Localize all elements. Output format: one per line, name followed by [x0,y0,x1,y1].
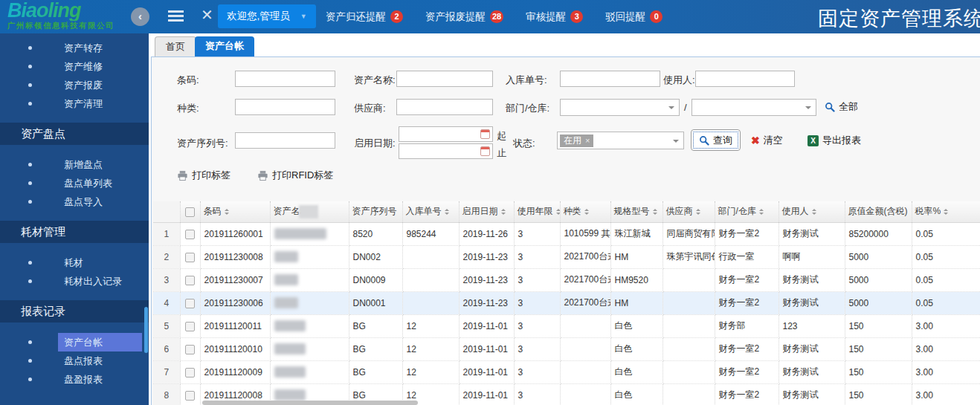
column-header-10[interactable]: 使用人 [778,201,845,222]
select-all-checkbox[interactable] [185,207,195,217]
sidebar-scrollbar[interactable] [144,307,148,353]
cell-name [270,360,349,383]
warehouse-select[interactable] [692,99,816,116]
sidebar-item-inventory-import[interactable]: 盘点导入 [0,192,149,211]
sort-icon [944,207,948,217]
sidebar-item-consumable-io[interactable]: 耗材出入记录 [0,272,149,291]
inbound-no-input[interactable] [560,71,660,87]
table-row[interactable]: 7201911120009BG122019-11-013白色财务一室2财务测试1… [153,360,980,383]
start-date-from-input[interactable] [399,126,493,142]
bullet-icon [28,279,32,283]
cell-serial: 8520 [349,222,402,245]
calendar-icon[interactable] [480,146,490,156]
sidebar-section-inventory[interactable]: 资产盘点 [0,123,149,145]
barcode-input[interactable] [235,71,335,87]
welcome-dropdown[interactable]: 欢迎您,管理员 ▼ [218,4,316,28]
column-header-2[interactable]: 资产序列号 [349,201,402,222]
bullet-icon [28,359,32,363]
sidebar-item-asset-ledger[interactable]: 资产台帐 [0,333,149,351]
horizontal-scrollbar[interactable] [202,401,418,405]
user-label: 使用人: [663,74,695,87]
cell-user: 财务测试 [778,337,845,360]
sidebar-collapse-button[interactable]: ‹ [131,7,149,26]
serial-input[interactable] [235,132,335,149]
sidebar-item-inventory-report[interactable]: 盘点报表 [0,351,149,370]
all-search-button[interactable]: 全部 [825,100,858,114]
row-checkbox[interactable] [185,322,195,331]
row-checkbox[interactable] [185,276,195,285]
notification-audit[interactable]: 审核提醒 3 [526,10,583,24]
sidebar-item-asset-clean[interactable]: 资产清理 [0,94,149,113]
calendar-icon[interactable] [480,129,490,139]
close-icon[interactable]: ✕ [201,6,213,24]
row-checkbox[interactable] [185,368,195,378]
sidebar-item-surplus-report[interactable]: 盘盈报表 [0,370,149,389]
table-row[interactable]: 120191126000185209852442019-11-263101059… [153,222,980,245]
table-row[interactable]: 5201911120011BG122019-11-013白色财务部1231503… [153,314,980,337]
cell-serial: DN002 [349,245,402,268]
column-header-6[interactable]: 种类 [560,201,610,222]
sidebar-item-consumable[interactable]: 耗材 [0,253,149,272]
cell-start: 2019-11-23 [459,268,514,291]
tab-home[interactable]: 首页 [155,36,196,56]
column-header-1[interactable]: 资产名称 [270,201,349,222]
start-date-to-input[interactable] [399,143,493,159]
cell-barcode: 201911120009 [200,360,270,383]
column-header-0[interactable]: 条码 [200,201,270,222]
sidebar-item-new-inventory[interactable]: 新增盘点 [0,155,149,174]
row-checkbox[interactable] [185,391,195,401]
category-input[interactable] [235,99,335,115]
redaction-blur [299,205,318,218]
table-row[interactable]: 6201911120010BG122019-11-013白色财务一室2财务测试1… [153,337,980,360]
serial-label: 资产序列号: [177,137,228,150]
row-checkbox[interactable] [185,253,195,262]
sidebar-section-reports[interactable]: 报表记录 [0,300,149,323]
status-multiselect[interactable]: 在用 × [557,132,684,149]
row-checkbox[interactable] [185,230,195,239]
sidebar-item-asset-scrap[interactable]: 资产报废 [0,76,149,94]
tab-asset-ledger[interactable]: 资产台帐 [195,36,254,56]
column-header-8[interactable]: 供应商 [663,201,715,222]
notification-badge: 0 [650,10,663,23]
row-checkbox[interactable] [185,299,195,308]
column-header-9[interactable]: 部门/仓库 [715,201,778,222]
dept-select[interactable] [560,99,680,116]
column-header-7[interactable]: 规格型号 [610,201,663,222]
sidebar-item-asset-transfer[interactable]: 资产转存 [0,39,149,57]
sidebar-section-consumables[interactable]: 耗材管理 [0,221,149,243]
sidebar-item-inventory-list[interactable]: 盘点单列表 [0,174,149,192]
column-header-5[interactable]: 使用年限 [514,201,560,222]
notification-asset-scrap[interactable]: 资产报废提醒 28 [425,10,503,24]
table-row[interactable]: 3201911230007DN00092019-11-2332021700台式H… [153,268,980,291]
column-header-12[interactable]: 税率% [912,201,980,222]
clear-button[interactable]: ✖ 清空 [751,134,783,147]
user-input[interactable] [695,71,795,87]
cell-years: 3 [514,383,560,405]
row-checkbox[interactable] [185,345,195,354]
cell-category [560,383,610,405]
asset-name-input[interactable] [396,71,493,87]
bullet-icon [28,200,32,204]
cell-start: 2019-11-23 [459,291,514,314]
print-rfid-button[interactable]: 打印RFID标签 [257,169,333,182]
query-button[interactable]: 查询 [691,129,741,151]
column-header-4[interactable]: 启用日期 [459,201,514,222]
notification-reject[interactable]: 驳回提醒 0 [605,10,663,24]
cell-serial: DN0001 [349,291,402,314]
bullet-icon [28,102,32,106]
notification-asset-return[interactable]: 资产归还提醒 2 [326,10,403,24]
menu-icon[interactable] [168,10,184,24]
sidebar-item-asset-repair[interactable]: 资产维修 [0,57,149,76]
supplier-input[interactable] [396,99,493,115]
column-header-11[interactable]: 原值金额(含税) [845,201,912,222]
cell-amount: 85200000 [845,222,912,245]
tag-remove-icon[interactable]: × [585,135,590,147]
print-label-button[interactable]: 打印标签 [177,169,231,182]
start-date-label: 启用日期: [354,137,396,150]
table-row[interactable]: 2201911230008DN0022019-11-2332021700台式HM… [153,245,980,268]
row-checkbox-cell [180,383,200,405]
column-header-3[interactable]: 入库单号 [402,201,459,222]
table-row[interactable]: 4201911230006DN00012019-11-2332021700台式H… [153,291,980,314]
export-button[interactable]: X 导出报表 [807,134,861,147]
redacted-text [274,297,298,308]
